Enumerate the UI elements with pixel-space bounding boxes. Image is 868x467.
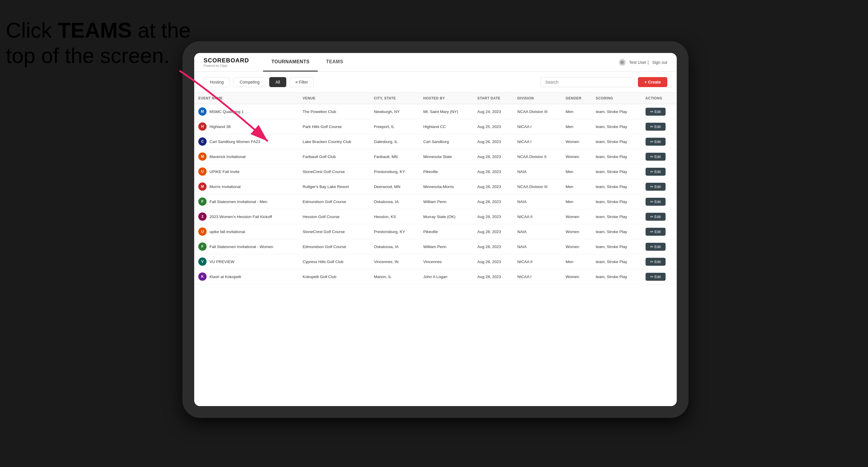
event-name: Highland 36 bbox=[210, 124, 231, 129]
scoring-cell: team, Stroke Play bbox=[592, 239, 642, 254]
filter-bar: Hosting Competing All ≡ Filter + Create bbox=[194, 72, 677, 93]
table-row: U UPIKE Fall Invite StoneCrest Golf Cour… bbox=[194, 164, 677, 179]
city-state-cell: Newburgh, NY bbox=[370, 104, 419, 119]
col-scoring: SCORING bbox=[592, 93, 642, 104]
table-row: F Fall Statesmen Invitational - Men Edmu… bbox=[194, 194, 677, 209]
edit-button[interactable]: ✏ Edit bbox=[646, 273, 665, 281]
event-name: Klash at Kokopelli bbox=[210, 275, 241, 279]
hosted-by-cell: Minnesota-Morris bbox=[419, 179, 473, 194]
venue-cell: Hesston Golf Course bbox=[298, 209, 370, 224]
col-city-state: CITY, STATE bbox=[370, 93, 419, 104]
team-logo: M bbox=[198, 182, 207, 191]
sign-out-link[interactable]: Sign out bbox=[652, 60, 667, 65]
actions-cell: ✏ Edit bbox=[642, 254, 677, 269]
event-name: Fall Statesmen Invitational - Women bbox=[210, 245, 273, 249]
hosted-by-cell: Pikeville bbox=[419, 164, 473, 179]
scoring-cell: team, Stroke Play bbox=[592, 134, 642, 149]
gender-cell: Women bbox=[561, 224, 592, 239]
edit-button[interactable]: ✏ Edit bbox=[646, 123, 665, 131]
start-date-cell: Aug 28, 2023 bbox=[473, 149, 513, 164]
edit-button[interactable]: ✏ Edit bbox=[646, 168, 665, 176]
hosting-button[interactable]: Hosting bbox=[204, 77, 230, 87]
city-state-cell: Freeport, IL bbox=[370, 119, 419, 134]
venue-cell: Park Hills Golf Course bbox=[298, 119, 370, 134]
edit-button[interactable]: ✏ Edit bbox=[646, 243, 665, 251]
start-date-cell: Aug 28, 2023 bbox=[473, 179, 513, 194]
user-text: Test User | bbox=[629, 60, 649, 65]
col-start-date: START DATE bbox=[473, 93, 513, 104]
venue-cell: Edmundson Golf Course bbox=[298, 194, 370, 209]
team-logo: M bbox=[198, 152, 207, 161]
actions-cell: ✏ Edit bbox=[642, 209, 677, 224]
start-date-cell: Aug 28, 2023 bbox=[473, 239, 513, 254]
division-cell: NICAA I bbox=[513, 269, 561, 284]
col-event-name: EVENT NAME bbox=[194, 93, 298, 104]
team-logo: C bbox=[198, 137, 207, 146]
venue-cell: Faribault Golf Club bbox=[298, 149, 370, 164]
table-row: V VU PREVIEW Cypress Hills Golf Club Vin… bbox=[194, 254, 677, 269]
gender-cell: Men bbox=[561, 119, 592, 134]
city-state-cell: Oskaloosa, IA bbox=[370, 194, 419, 209]
gender-cell: Women bbox=[561, 209, 592, 224]
table-row: M Morris Invitational Ruttger's Bay Lake… bbox=[194, 179, 677, 194]
start-date-cell: Aug 28, 2023 bbox=[473, 254, 513, 269]
city-state-cell: Marion, IL bbox=[370, 269, 419, 284]
actions-cell: ✏ Edit bbox=[642, 104, 677, 119]
start-date-cell: Aug 28, 2023 bbox=[473, 269, 513, 284]
actions-cell: ✏ Edit bbox=[642, 269, 677, 284]
start-date-cell: Aug 28, 2023 bbox=[473, 194, 513, 209]
edit-button[interactable]: ✏ Edit bbox=[646, 213, 665, 221]
hosted-by-cell: Carl Sandburg bbox=[419, 134, 473, 149]
venue-cell: StoneCrest Golf Course bbox=[298, 224, 370, 239]
venue-cell: StoneCrest Golf Course bbox=[298, 164, 370, 179]
edit-button[interactable]: ✏ Edit bbox=[646, 198, 665, 206]
edit-button[interactable]: ✏ Edit bbox=[646, 183, 665, 191]
event-name: upike fall invitational bbox=[210, 229, 245, 234]
event-name: Maverick Invitational bbox=[210, 155, 245, 159]
gender-cell: Women bbox=[561, 239, 592, 254]
edit-button[interactable]: ✏ Edit bbox=[646, 258, 665, 266]
hosted-by-cell: John A Logan bbox=[419, 269, 473, 284]
edit-button[interactable]: ✏ Edit bbox=[646, 138, 665, 146]
filter-button[interactable]: ≡ Filter bbox=[290, 77, 314, 87]
nav-right: ⚙ Test User | Sign out bbox=[619, 59, 667, 66]
division-cell: NAIA bbox=[513, 224, 561, 239]
team-logo: U bbox=[198, 167, 207, 176]
all-button[interactable]: All bbox=[269, 77, 286, 87]
gender-cell: Women bbox=[561, 269, 592, 284]
competing-button[interactable]: Competing bbox=[233, 77, 266, 87]
hosted-by-cell: Minnesota State bbox=[419, 149, 473, 164]
hosted-by-cell: William Penn bbox=[419, 194, 473, 209]
create-button[interactable]: + Create bbox=[638, 77, 667, 87]
start-date-cell: Aug 28, 2023 bbox=[473, 224, 513, 239]
hosted-by-cell: Murray State (OK) bbox=[419, 209, 473, 224]
search-input[interactable] bbox=[540, 77, 634, 87]
tab-tournaments[interactable]: TOURNAMENTS bbox=[263, 53, 318, 71]
city-state-cell: Prestonsburg, KY bbox=[370, 224, 419, 239]
hosted-by-cell: Vincennes bbox=[419, 254, 473, 269]
gear-icon[interactable]: ⚙ bbox=[619, 59, 625, 66]
edit-button[interactable]: ✏ Edit bbox=[646, 108, 665, 116]
scoring-cell: team, Stroke Play bbox=[592, 194, 642, 209]
edit-button[interactable]: ✏ Edit bbox=[646, 228, 665, 236]
event-name: MSMC Qualifying 1 bbox=[210, 110, 244, 114]
division-cell: NCAA Division III bbox=[513, 104, 561, 119]
start-date-cell: Aug 26, 2023 bbox=[473, 134, 513, 149]
division-cell: NICAA II bbox=[513, 254, 561, 269]
team-logo: F bbox=[198, 197, 207, 206]
col-hosted-by: HOSTED BY bbox=[419, 93, 473, 104]
venue-cell: Lake Bracken Country Club bbox=[298, 134, 370, 149]
col-venue: VENUE bbox=[298, 93, 370, 104]
city-state-cell: Oskaloosa, IA bbox=[370, 239, 419, 254]
team-logo: K bbox=[198, 273, 207, 281]
division-cell: NICAA I bbox=[513, 119, 561, 134]
table-row: M MSMC Qualifying 1 The Powelton Club Ne… bbox=[194, 104, 677, 119]
event-name: Fall Statesmen Invitational - Men bbox=[210, 199, 268, 204]
team-logo: M bbox=[198, 107, 207, 116]
tab-teams[interactable]: TEAMS bbox=[318, 53, 351, 71]
edit-button[interactable]: ✏ Edit bbox=[646, 153, 665, 161]
gender-cell: Men bbox=[561, 104, 592, 119]
division-cell: NCAA Division III bbox=[513, 179, 561, 194]
tournaments-table: EVENT NAME VENUE CITY, STATE HOSTED BY S… bbox=[194, 93, 677, 284]
start-date-cell: Aug 25, 2023 bbox=[473, 119, 513, 134]
